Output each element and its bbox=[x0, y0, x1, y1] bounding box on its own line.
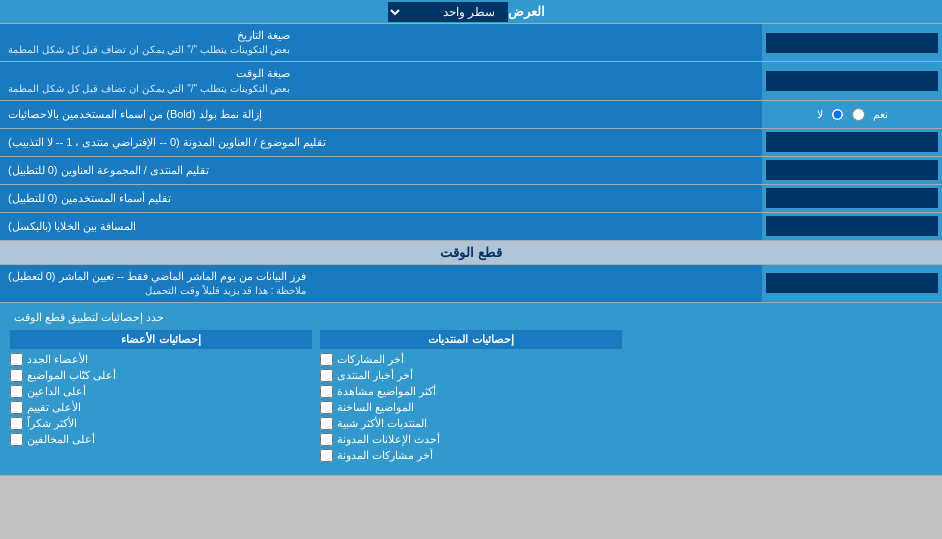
header-row: العرض سطر واحد bbox=[0, 0, 942, 24]
row-time-format: H:i صيغة الوقت بعض التكوينات يتطلب "/" ا… bbox=[0, 62, 942, 100]
row-date-format: d-m صيغة التاريخ بعض التكوينات يتطلب "/"… bbox=[0, 24, 942, 62]
cell-spacing-input-container: 2 bbox=[762, 213, 942, 240]
row-username-limit: 0 تقليم أسماء المستخدمين (0 للتطبيل) bbox=[0, 185, 942, 213]
checkbox-new-members-input[interactable] bbox=[10, 353, 23, 366]
subject-limit-label: تقليم الموضوع / العناوين المدونة (0 -- ا… bbox=[0, 129, 762, 156]
cutoff-input-container: 0 bbox=[762, 265, 942, 302]
checkbox-last-blog-posts: أخر مشاركات المدونة bbox=[320, 449, 622, 462]
username-limit-input[interactable]: 0 bbox=[766, 188, 938, 208]
checkbox-latest-announcements-input[interactable] bbox=[320, 433, 333, 446]
stats-limit-row: حدد إحصائيات لتطبيق قطع الوقت bbox=[6, 309, 936, 326]
checkbox-most-thanks-input[interactable] bbox=[10, 417, 23, 430]
bold-no-radio[interactable] bbox=[831, 108, 844, 121]
row-cutoff: 0 فرز البيانات من يوم الماشر الماضي فقط … bbox=[0, 265, 942, 303]
checkbox-top-posters-input[interactable] bbox=[10, 385, 23, 398]
row-bold: نعم لا إزالة نمط بولد (Bold) من اسماء ال… bbox=[0, 101, 942, 129]
stats-limit-label: حدد إحصائيات لتطبيق قطع الوقت bbox=[14, 311, 164, 324]
checkbox-most-viewed: أكثر المواضيع مشاهدة bbox=[320, 385, 622, 398]
checkbox-top-rated-input[interactable] bbox=[10, 401, 23, 414]
time-format-label: صيغة الوقت بعض التكوينات يتطلب "/" التي … bbox=[0, 62, 762, 99]
time-format-input-container: H:i bbox=[762, 62, 942, 99]
bold-radio-container: نعم لا bbox=[762, 101, 942, 128]
checkbox-top-violations: أعلى المخالفين bbox=[10, 433, 312, 446]
forums-stats-title: إحصائيات المنتديات bbox=[320, 330, 622, 349]
bold-yes-radio[interactable] bbox=[852, 108, 865, 121]
date-format-input-container: d-m bbox=[762, 24, 942, 61]
username-limit-label: تقليم أسماء المستخدمين (0 للتطبيل) bbox=[0, 185, 762, 212]
checkbox-top-topic-writers: أعلى كتّاب المواضيع bbox=[10, 369, 312, 382]
group-limit-input-container: 33 bbox=[762, 157, 942, 184]
display-dropdown[interactable]: سطر واحد bbox=[388, 2, 508, 22]
cutoff-input[interactable]: 0 bbox=[766, 273, 938, 293]
subject-limit-input-container: 33 bbox=[762, 129, 942, 156]
date-format-input[interactable]: d-m bbox=[766, 33, 938, 53]
bold-label: إزالة نمط بولد (Bold) من اسماء المستخدمي… bbox=[0, 101, 762, 128]
checkbox-latest-announcements: أحدث الإعلانات المدونة bbox=[320, 433, 622, 446]
checkbox-last-news: أخر أخبار المنتدى bbox=[320, 369, 622, 382]
radio-yes-label: نعم bbox=[873, 108, 888, 121]
date-format-label: صيغة التاريخ بعض التكوينات يتطلب "/" الت… bbox=[0, 24, 762, 61]
checkbox-similar-forums-input[interactable] bbox=[320, 417, 333, 430]
stats-col-members: إحصائيات الأعضاء الأعضاء الجدد أعلى كتّا… bbox=[6, 326, 316, 469]
username-limit-input-container: 0 bbox=[762, 185, 942, 212]
checkbox-top-rated: الأعلى تقييم bbox=[10, 401, 312, 414]
row-cell-spacing: 2 المسافة بين الخلايا (بالبكسل) bbox=[0, 213, 942, 241]
cell-spacing-label: المسافة بين الخلايا (بالبكسل) bbox=[0, 213, 762, 240]
checkbox-last-news-input[interactable] bbox=[320, 369, 333, 382]
cutoff-section-header: قطع الوقت bbox=[0, 241, 942, 265]
radio-no-label: لا bbox=[817, 108, 823, 121]
group-limit-label: تقليم المنتدى / المجموعة العناوين (0 للت… bbox=[0, 157, 762, 184]
stats-section: حدد إحصائيات لتطبيق قطع الوقت إحصائيات ا… bbox=[0, 303, 942, 476]
checkbox-most-thanks: الأكثر شكراً bbox=[10, 417, 312, 430]
checkbox-hot-topics: المواضيع الساخنة bbox=[320, 401, 622, 414]
checkbox-last-posts-input[interactable] bbox=[320, 353, 333, 366]
checkbox-top-topic-writers-input[interactable] bbox=[10, 369, 23, 382]
stats-col-forums: إحصائيات المنتديات أخر المشاركات أخر أخب… bbox=[316, 326, 626, 469]
stats-columns: إحصائيات المنتديات أخر المشاركات أخر أخب… bbox=[6, 326, 936, 469]
checkbox-similar-forums: المنتديات الأكثر شبية bbox=[320, 417, 622, 430]
time-format-input[interactable]: H:i bbox=[766, 71, 938, 91]
subject-limit-input[interactable]: 33 bbox=[766, 132, 938, 152]
checkbox-new-members: الأعضاء الجدد bbox=[10, 353, 312, 366]
checkbox-last-posts: أخر المشاركات bbox=[320, 353, 622, 366]
cell-spacing-input[interactable]: 2 bbox=[766, 216, 938, 236]
main-container: العرض سطر واحد d-m صيغة التاريخ بعض التك… bbox=[0, 0, 942, 476]
checkbox-most-viewed-input[interactable] bbox=[320, 385, 333, 398]
row-group-limit: 33 تقليم المنتدى / المجموعة العناوين (0 … bbox=[0, 157, 942, 185]
group-limit-input[interactable]: 33 bbox=[766, 160, 938, 180]
checkbox-last-blog-posts-input[interactable] bbox=[320, 449, 333, 462]
members-stats-title: إحصائيات الأعضاء bbox=[10, 330, 312, 349]
page-title: العرض bbox=[508, 4, 545, 19]
checkbox-top-violations-input[interactable] bbox=[10, 433, 23, 446]
checkbox-hot-topics-input[interactable] bbox=[320, 401, 333, 414]
checkbox-top-posters: أعلى الداعين bbox=[10, 385, 312, 398]
row-subject-limit: 33 تقليم الموضوع / العناوين المدونة (0 -… bbox=[0, 129, 942, 157]
cutoff-label: فرز البيانات من يوم الماشر الماضي فقط --… bbox=[0, 265, 762, 302]
stats-col-empty bbox=[626, 326, 936, 469]
